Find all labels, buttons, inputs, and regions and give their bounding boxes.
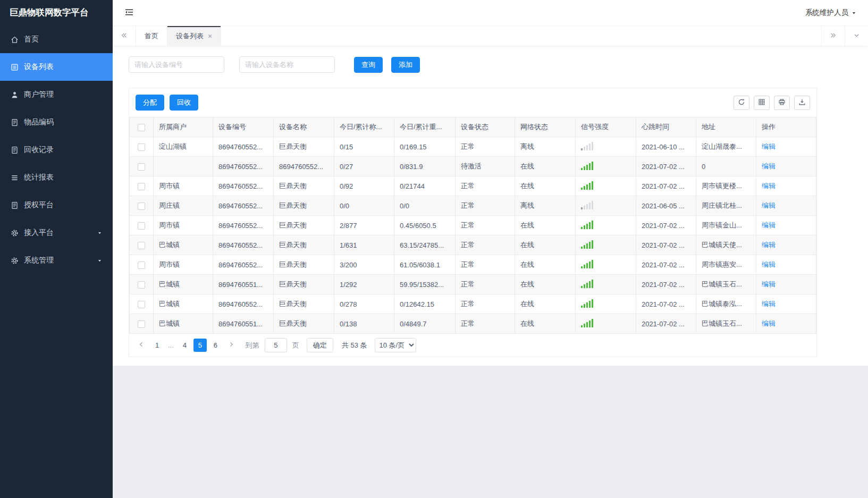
row-checkbox[interactable] — [138, 163, 145, 171]
device-name-input[interactable] — [239, 56, 335, 73]
sidebar-item-merchant-management[interactable]: 商户管理 — [0, 81, 113, 108]
table-row: 淀山湖镇8694760552...巨鼎天衡0/150/169.15正常离线202… — [130, 137, 816, 157]
edit-link[interactable]: 编辑 — [762, 241, 776, 249]
tabs-menu-button[interactable] — [845, 26, 868, 46]
cell-merchant: 周市镇 — [154, 216, 213, 235]
row-checkbox[interactable] — [138, 320, 145, 328]
column-header: 心跳时间 — [636, 117, 696, 137]
recycle-button[interactable]: 回收 — [170, 95, 198, 111]
edit-link[interactable]: 编辑 — [762, 182, 776, 190]
user-icon — [11, 91, 19, 99]
page-button-5[interactable]: 5 — [193, 339, 207, 352]
sidebar-item-authorization-platform[interactable]: 授权平台 — [0, 191, 113, 219]
add-button[interactable]: 添加 — [391, 57, 420, 73]
cell-count: 0/15 — [334, 137, 394, 157]
edit-link[interactable]: 编辑 — [762, 280, 776, 288]
query-button[interactable]: 查询 — [354, 57, 383, 73]
tabs-scroll-right-button[interactable] — [821, 26, 845, 46]
sidebar-item-recycle-records[interactable]: 回收记录 — [0, 136, 113, 164]
row-checkbox-cell — [130, 235, 154, 255]
cell-action: 编辑 — [756, 176, 816, 196]
cell-network-status: 离线 — [515, 196, 576, 216]
cell-heartbeat: 2021-07-02 ... — [636, 275, 696, 294]
table-row: 巴城镇8694760551...巨鼎天衡0/1380/4849.7正常在线202… — [130, 314, 816, 334]
assign-button[interactable]: 分配 — [136, 95, 164, 111]
cell-merchant: 淀山湖镇 — [154, 137, 213, 157]
sidebar-item-device-list[interactable]: 设备列表 — [0, 53, 113, 81]
page-size-select[interactable]: 10 条/页 — [375, 338, 416, 352]
edit-link[interactable]: 编辑 — [762, 201, 776, 209]
row-checkbox[interactable] — [138, 144, 145, 151]
cell-device-no: 8694760552... — [213, 157, 274, 176]
tab-home[interactable]: 首页 — [136, 26, 167, 46]
cell-heartbeat: 2021-06-10 ... — [636, 137, 696, 157]
cell-device-no: 8694760552... — [213, 137, 274, 157]
goto-page-input[interactable] — [265, 338, 287, 352]
edit-link[interactable]: 编辑 — [762, 221, 776, 229]
cell-heartbeat: 2021-07-02 ... — [636, 255, 696, 275]
chevrons-right-icon — [830, 32, 837, 40]
sidebar-item-statistics-report[interactable]: 统计报表 — [0, 164, 113, 191]
refresh-button[interactable] — [734, 96, 749, 110]
cell-device-name: 巨鼎天衡 — [274, 235, 334, 255]
cell-weight: 0/169.15 — [394, 137, 456, 157]
sidebar-item-access-platform[interactable]: 接入平台 — [0, 219, 113, 247]
cell-network-status: 在线 — [515, 176, 576, 196]
column-settings-button[interactable] — [754, 96, 770, 110]
column-header: 今日/累计称... — [334, 117, 394, 137]
signal-bars-icon — [581, 201, 593, 209]
page-button-6[interactable]: 6 — [209, 339, 222, 352]
cell-merchant: 巴城镇 — [154, 275, 213, 294]
cell-action: 编辑 — [756, 275, 816, 294]
cell-heartbeat: 2021-07-02 ... — [636, 314, 696, 334]
device-no-input[interactable] — [129, 56, 224, 73]
select-all-checkbox[interactable] — [138, 124, 145, 131]
table-row: 周市镇8694760552...巨鼎天衡0/920/21744正常在线2021-… — [130, 176, 816, 196]
page-button-1[interactable]: 1 — [150, 339, 164, 352]
cell-count: 0/92 — [334, 176, 394, 196]
print-button[interactable] — [774, 96, 790, 110]
row-checkbox-cell — [130, 294, 154, 314]
row-checkbox[interactable] — [138, 222, 145, 230]
user-menu[interactable]: 系统维护人员 — [805, 8, 856, 18]
cell-weight: 59.95/15382... — [394, 275, 456, 294]
top-header: 系统维护人员 — [113, 0, 868, 26]
gear-icon — [11, 257, 19, 265]
tab-device-list[interactable]: 设备列表× — [167, 26, 221, 46]
tabs-scroll-left-button[interactable] — [113, 26, 136, 46]
cell-action: 编辑 — [756, 235, 816, 255]
cell-network-status: 在线 — [515, 314, 576, 334]
cell-weight: 0/831.9 — [394, 157, 456, 176]
row-checkbox[interactable] — [138, 301, 145, 308]
grid-icon — [758, 98, 765, 107]
close-icon[interactable]: × — [208, 32, 212, 40]
row-checkbox[interactable] — [138, 183, 145, 190]
cell-device-no: 8694760552... — [213, 255, 274, 275]
sidebar-item-home[interactable]: 首页 — [0, 26, 113, 53]
row-checkbox[interactable] — [138, 281, 145, 289]
row-checkbox[interactable] — [138, 242, 145, 249]
edit-link[interactable]: 编辑 — [762, 300, 776, 308]
confirm-button[interactable]: 确定 — [307, 338, 333, 352]
cell-network-status: 离线 — [515, 137, 576, 157]
cell-signal — [576, 137, 636, 157]
tab-label: 首页 — [145, 31, 158, 41]
edit-link[interactable]: 编辑 — [762, 162, 776, 170]
export-button[interactable] — [794, 96, 810, 110]
row-checkbox-cell — [130, 314, 154, 334]
prev-page-button[interactable] — [134, 339, 148, 352]
row-checkbox[interactable] — [138, 202, 145, 210]
sidebar-item-item-code[interactable]: 物品编码 — [0, 108, 113, 136]
sidebar-item-system-management[interactable]: 系统管理 — [0, 247, 113, 274]
sidebar-item-label: 系统管理 — [24, 256, 54, 265]
cell-status: 正常 — [456, 196, 515, 216]
page-button-4[interactable]: 4 — [178, 339, 191, 352]
edit-link[interactable]: 编辑 — [762, 260, 776, 268]
row-checkbox[interactable] — [138, 261, 145, 269]
cell-count: 3/200 — [334, 255, 394, 275]
sidebar-collapse-button[interactable] — [124, 8, 134, 18]
edit-link[interactable]: 编辑 — [762, 319, 776, 327]
edit-link[interactable]: 编辑 — [762, 142, 776, 150]
next-page-button[interactable] — [224, 339, 238, 352]
device-table: 所属商户设备编号设备名称今日/累计称...今日/累计重...设备状态网络状态信号… — [129, 117, 816, 334]
